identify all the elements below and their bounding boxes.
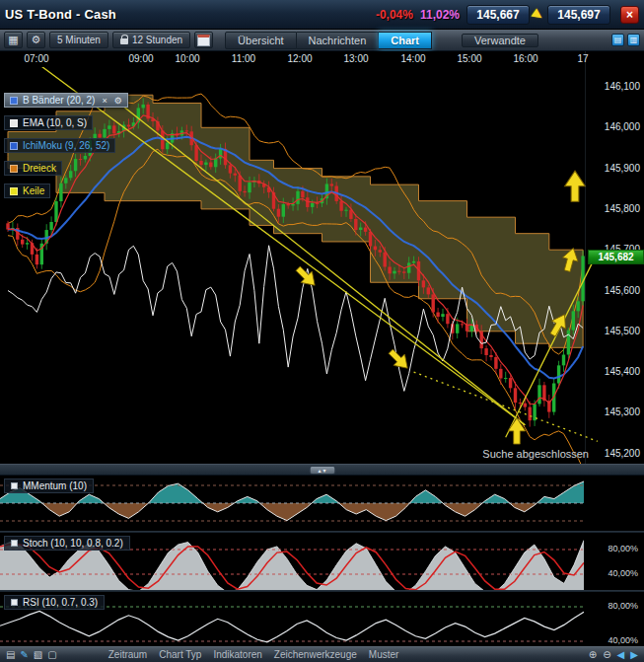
legend-item[interactable]: Keile bbox=[4, 184, 50, 198]
interval-label: 5 Minuten bbox=[57, 35, 101, 45]
scroll-right-icon[interactable]: ▶ bbox=[630, 650, 638, 660]
time-label: 15:00 bbox=[457, 53, 481, 64]
legend-settings-icon[interactable]: ⚙ bbox=[114, 96, 122, 106]
legend-color-swatch bbox=[10, 97, 18, 105]
price-label: 145,400 bbox=[605, 366, 640, 377]
price-label: 145,800 bbox=[605, 203, 640, 214]
legend-color-swatch bbox=[10, 165, 18, 173]
momentum-title: MMentum (10) bbox=[23, 480, 87, 491]
price-label: 146,100 bbox=[605, 81, 640, 92]
panel-splitter[interactable]: ▴ ▾ bbox=[0, 464, 644, 476]
collapse-down-icon: ▾ bbox=[323, 468, 326, 474]
change-percent: -0,04% bbox=[376, 8, 413, 22]
legend-item[interactable]: IchiMoku (9, 26, 52) bbox=[4, 138, 115, 153]
price-axis-separator bbox=[585, 51, 586, 464]
tab-nachrichten[interactable]: Nachrichten bbox=[297, 32, 380, 49]
layout-b-icon[interactable]: ▥ bbox=[627, 34, 640, 46]
legend-item-label: EMA (10, 0, S) bbox=[23, 117, 87, 128]
chart-toolbar: ▦ ⚙ 5 Minuten 12 Stunden Übersicht Nachr… bbox=[0, 30, 644, 51]
last-price-tag: 145,682 bbox=[588, 250, 644, 264]
stoch-scale-label: 80,00% bbox=[608, 544, 638, 553]
interval-button[interactable]: 5 Minuten bbox=[49, 32, 108, 48]
window-title: US T-Bond - Cash bbox=[5, 7, 116, 22]
price-label: 145,300 bbox=[605, 406, 640, 417]
range-percent: 11,02% bbox=[420, 8, 460, 22]
zoom-out-icon[interactable]: ⊖ bbox=[603, 650, 610, 660]
stoch-scale-label: 40,00% bbox=[608, 568, 638, 578]
momentum-panel[interactable]: MMentum (10) bbox=[0, 476, 644, 531]
rsi-scale-label: 80,00% bbox=[608, 601, 638, 611]
calendar-button[interactable] bbox=[194, 32, 213, 48]
legend-item-label: B Bänder (20, 2) bbox=[23, 95, 95, 106]
tab-uebersicht[interactable]: Übersicht bbox=[225, 32, 296, 49]
time-label: 13:00 bbox=[343, 53, 368, 64]
time-label: 11:00 bbox=[232, 53, 255, 64]
tab-verwandte[interactable]: Verwandte bbox=[462, 34, 538, 47]
settings-gear-icon[interactable]: ⚙ bbox=[27, 32, 45, 48]
price-label: 145,500 bbox=[605, 326, 640, 336]
legend-item-label: IchiMoku (9, 26, 52) bbox=[23, 140, 109, 151]
titlebar: US T-Bond - Cash -0,04% 11,02% 145,667 ▶… bbox=[0, 0, 644, 30]
trading-chart-window: US T-Bond - Cash -0,04% 11,02% 145,667 ▶… bbox=[0, 0, 644, 662]
menu-zeitraum[interactable]: Zeitraum bbox=[108, 649, 147, 660]
time-label: 12:00 bbox=[287, 53, 312, 64]
legend-item[interactable]: Dreieck bbox=[4, 161, 62, 176]
time-label: 10:00 bbox=[175, 53, 199, 64]
legend-item-label: Dreieck bbox=[23, 163, 56, 174]
scroll-left-icon[interactable]: ◀ bbox=[617, 650, 625, 660]
rsi-checkbox-icon[interactable] bbox=[11, 599, 18, 606]
legend-color-swatch bbox=[10, 187, 18, 195]
stochastic-header[interactable]: Stoch (10, 10, 0.8, 0.2) bbox=[4, 536, 130, 551]
time-label: 16:00 bbox=[513, 53, 537, 64]
price-label: 145,600 bbox=[605, 285, 640, 296]
rsi-scale-label: 40,00% bbox=[608, 635, 638, 645]
tab-chart[interactable]: Chart bbox=[379, 32, 432, 49]
legend-color-swatch bbox=[10, 119, 18, 127]
legend-item[interactable]: EMA (10, 0, S) bbox=[4, 115, 93, 130]
range-button[interactable]: 12 Stunden bbox=[112, 32, 190, 48]
toolbar-right-icons: ▤ ▥ bbox=[611, 34, 640, 46]
price-label: 146,000 bbox=[605, 121, 640, 132]
menu-indikatoren[interactable]: Indikatoren bbox=[213, 649, 261, 660]
chart-nav-icons: ⊕ ⊖ ◀ ▶ bbox=[589, 650, 638, 660]
last-price-value: 145,682 bbox=[598, 252, 633, 262]
zoom-in-icon[interactable]: ⊕ bbox=[589, 650, 597, 660]
indicator-legend: B Bänder (20, 2)×⚙EMA (10, 0, S)IchiMoku… bbox=[4, 93, 128, 198]
status-message: Suche abgeschlossen bbox=[482, 448, 589, 460]
stochastic-panel[interactable]: Stoch (10, 10, 0.8, 0.2) 80,00%40,00% bbox=[0, 533, 644, 590]
pencil-icon[interactable]: ✎ bbox=[20, 650, 28, 660]
palette-icon[interactable]: ▤ bbox=[6, 650, 15, 660]
rsi-panel[interactable]: RSI (10, 0.7, 0.3) 80,00%40,00% bbox=[0, 592, 644, 646]
time-label: 07:00 bbox=[24, 53, 48, 64]
buy-price-button[interactable]: 145,697 bbox=[547, 5, 610, 25]
menu-zeichenwerkzeuge[interactable]: Zeichenwerkzeuge bbox=[274, 649, 357, 660]
range-label: 12 Stunden bbox=[132, 35, 182, 45]
layout-a-icon[interactable]: ▤ bbox=[611, 34, 624, 46]
legend-remove-icon[interactable]: × bbox=[102, 96, 107, 106]
layout-grid-icon[interactable]: ▦ bbox=[4, 32, 23, 48]
stochastic-checkbox-icon[interactable] bbox=[11, 540, 18, 547]
splitter-grip[interactable]: ▴ ▾ bbox=[309, 466, 335, 475]
momentum-header[interactable]: MMentum (10) bbox=[4, 478, 94, 493]
rsi-header[interactable]: RSI (10, 0.7, 0.3) bbox=[4, 595, 105, 610]
bottom-toolbar: ▤ ✎ ▧ ▢ Zeitraum Chart Typ Indikatoren Z… bbox=[0, 646, 644, 662]
menu-chart-typ[interactable]: Chart Typ bbox=[159, 649, 201, 660]
time-label: 17 bbox=[577, 53, 588, 64]
eraser-icon[interactable]: ▢ bbox=[47, 650, 56, 660]
drawing-tool-icons: ▤ ✎ ▧ ▢ bbox=[6, 650, 57, 660]
legend-item-label: Keile bbox=[23, 185, 44, 196]
momentum-checkbox-icon[interactable] bbox=[11, 482, 18, 489]
shapes-icon[interactable]: ▧ bbox=[34, 650, 42, 660]
menu-muster[interactable]: Muster bbox=[369, 649, 399, 660]
stochastic-title: Stoch (10, 10, 0.8, 0.2) bbox=[23, 538, 123, 549]
view-tabs: Übersicht Nachrichten Chart bbox=[225, 32, 432, 49]
legend-item[interactable]: B Bänder (20, 2)×⚙ bbox=[4, 93, 128, 108]
sell-price-button[interactable]: 145,667 bbox=[466, 5, 530, 25]
calendar-icon bbox=[197, 35, 210, 46]
price-label: 145,900 bbox=[605, 163, 640, 174]
lock-icon bbox=[120, 38, 128, 44]
price-direction-arrow-icon: ▶ bbox=[531, 5, 547, 23]
close-icon[interactable]: × bbox=[620, 6, 639, 24]
price-label: 145,200 bbox=[605, 448, 640, 459]
main-chart[interactable]: 07:0009:0010:0011:0012:0013:0014:0015:00… bbox=[0, 51, 644, 464]
